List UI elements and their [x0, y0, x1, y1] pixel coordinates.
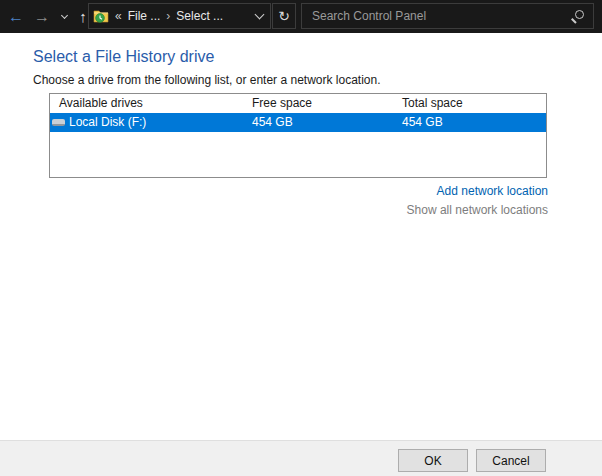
drive-name: Local Disk (F:): [69, 113, 146, 132]
ok-button[interactable]: OK: [398, 449, 468, 472]
breadcrumb-item-select-drive[interactable]: Select ...: [176, 9, 223, 23]
file-history-icon: [93, 8, 109, 24]
breadcrumb-separator-icon: ›: [166, 9, 170, 23]
search-icon[interactable]: [570, 9, 585, 24]
forward-icon: →: [34, 0, 50, 33]
page-subtitle: Choose a drive from the following list, …: [33, 73, 381, 87]
add-network-location-link[interactable]: Add network location: [437, 184, 548, 198]
show-all-network-locations-link: Show all network locations: [407, 203, 548, 217]
dialog-footer: OK Cancel: [0, 440, 602, 476]
column-header-free-space[interactable]: Free space: [252, 94, 312, 113]
breadcrumb-overflow-icon[interactable]: «: [115, 9, 122, 23]
search-box[interactable]: [301, 3, 594, 29]
refresh-button[interactable]: ↻: [272, 3, 296, 29]
drive-list-header: Available drives Free space Total space: [50, 94, 546, 113]
address-dropdown-chevron-icon[interactable]: [255, 10, 265, 20]
table-row-local-disk-f[interactable]: Local Disk (F:) 454 GB 454 GB: [50, 113, 546, 132]
recent-locations-button[interactable]: [56, 0, 72, 33]
up-icon: ↑: [79, 0, 87, 33]
search-input[interactable]: [302, 9, 570, 23]
back-button[interactable]: ←: [4, 0, 28, 33]
page-title: Select a File History drive: [33, 48, 214, 66]
address-bar[interactable]: « File ... › Select ...: [88, 3, 271, 29]
forward-button[interactable]: →: [30, 0, 54, 33]
column-header-total-space[interactable]: Total space: [402, 94, 463, 113]
refresh-icon: ↻: [278, 8, 290, 24]
drive-list[interactable]: Available drives Free space Total space …: [49, 93, 547, 178]
breadcrumb-item-file-history[interactable]: File ...: [128, 9, 161, 23]
back-icon: ←: [8, 0, 24, 33]
drive-total-space: 454 GB: [402, 113, 443, 132]
drive-icon: [52, 119, 65, 126]
column-header-available-drives[interactable]: Available drives: [59, 94, 143, 113]
chevron-down-icon: [60, 11, 67, 18]
navigation-toolbar: ← → ↑ « File ... › Select ... ↻: [0, 0, 602, 33]
drive-free-space: 454 GB: [252, 113, 293, 132]
cancel-button[interactable]: Cancel: [476, 449, 546, 472]
